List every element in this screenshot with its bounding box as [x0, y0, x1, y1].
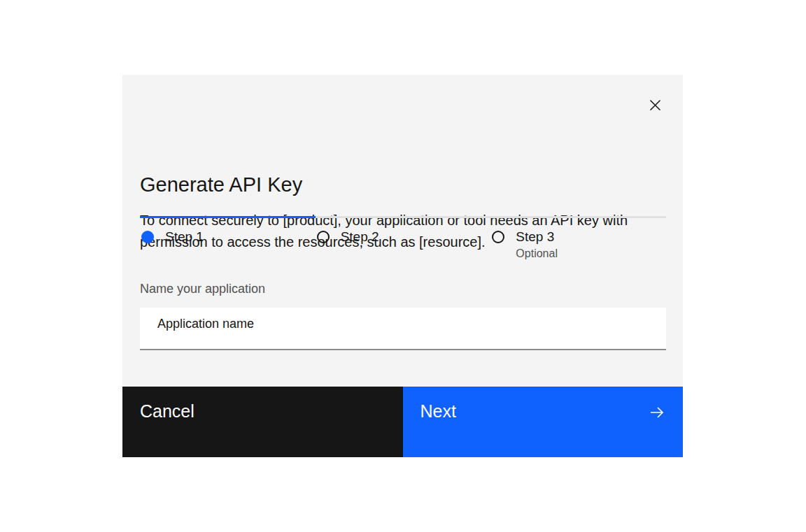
modal-title: Generate API Key [140, 172, 302, 197]
cancel-button[interactable]: Cancel [122, 387, 403, 457]
next-button[interactable]: Next [403, 387, 684, 457]
progress-step-1[interactable]: Step 1 [140, 216, 316, 261]
progress-track-inactive [316, 216, 491, 218]
close-button[interactable] [638, 88, 672, 122]
progress-step-3[interactable]: Step 3 Optional [490, 216, 666, 261]
incomplete-step-icon [317, 231, 330, 243]
step-1-label: Step 1 [165, 231, 204, 243]
current-step-icon [141, 231, 154, 243]
progress-track-inactive [490, 216, 666, 218]
step-2-label: Step 2 [341, 231, 379, 243]
generate-api-key-modal: Generate API Key To connect securely to … [122, 75, 683, 457]
incomplete-step-icon [492, 231, 504, 243]
progress-step-2[interactable]: Step 2 [316, 216, 491, 261]
next-button-label: Next [420, 403, 456, 420]
cancel-button-label: Cancel [140, 403, 195, 420]
step-3-label: Step 3 [516, 231, 558, 243]
step-3-sublabel: Optional [516, 247, 558, 261]
close-icon [649, 99, 661, 111]
arrow-right-icon [649, 405, 665, 420]
page: Generate API Key To connect securely to … [0, 0, 806, 532]
modal-footer: Cancel Next [122, 387, 683, 457]
progress-track-active [140, 216, 316, 218]
application-name-label: Name your application [140, 282, 265, 296]
progress-indicator: Step 1 Step 2 Step 3 [140, 216, 666, 261]
application-name-input[interactable] [140, 308, 666, 350]
